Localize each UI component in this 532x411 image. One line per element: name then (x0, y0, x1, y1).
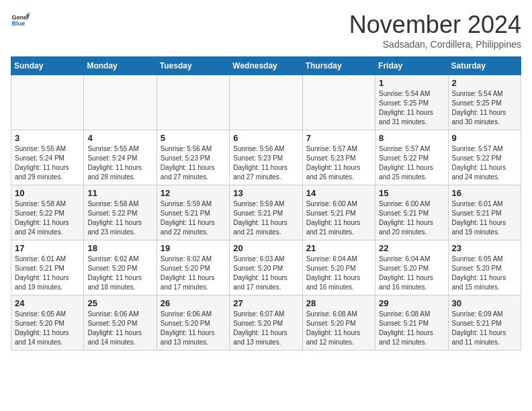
day-number: 17 (15, 243, 80, 253)
day-info: Sunrise: 5:55 AMSunset: 5:24 PMDaylight:… (15, 144, 80, 182)
day-info: Sunrise: 6:02 AMSunset: 5:20 PMDaylight:… (87, 255, 152, 292)
day-info: Sunrise: 6:09 AMSunset: 5:21 PMDaylight:… (452, 310, 517, 347)
weekday-header-friday: Friday (375, 57, 448, 75)
title-block: November 2024 Sadsadan, Cordillera, Phil… (349, 11, 521, 50)
day-number: 9 (452, 133, 517, 143)
day-number: 13 (233, 188, 298, 198)
calendar-cell: 21Sunrise: 6:04 AMSunset: 5:20 PMDayligh… (302, 240, 375, 295)
day-number: 19 (161, 243, 226, 253)
day-info: Sunrise: 5:57 AMSunset: 5:22 PMDaylight:… (452, 144, 517, 182)
day-info: Sunrise: 6:01 AMSunset: 5:21 PMDaylight:… (452, 199, 517, 237)
calendar-cell: 9Sunrise: 5:57 AMSunset: 5:22 PMDaylight… (448, 130, 521, 185)
day-info: Sunrise: 6:01 AMSunset: 5:21 PMDaylight:… (15, 255, 80, 292)
weekday-header-row: SundayMondayTuesdayWednesdayThursdayFrid… (11, 57, 521, 75)
calendar-cell (230, 75, 302, 130)
calendar-cell: 27Sunrise: 6:07 AMSunset: 5:20 PMDayligh… (230, 295, 302, 351)
weekday-header-tuesday: Tuesday (157, 57, 229, 75)
day-info: Sunrise: 6:07 AMSunset: 5:20 PMDaylight:… (233, 310, 298, 347)
day-number: 7 (306, 133, 371, 143)
calendar-cell (302, 75, 375, 130)
week-row-2: 3Sunrise: 5:55 AMSunset: 5:24 PMDaylight… (11, 130, 521, 185)
day-number: 3 (15, 133, 80, 143)
day-info: Sunrise: 6:05 AMSunset: 5:20 PMDaylight:… (452, 255, 517, 292)
day-info: Sunrise: 5:57 AMSunset: 5:22 PMDaylight:… (379, 144, 444, 182)
calendar-table: SundayMondayTuesdayWednesdayThursdayFrid… (11, 56, 521, 351)
day-number: 16 (452, 188, 517, 198)
calendar-cell: 28Sunrise: 6:08 AMSunset: 5:20 PMDayligh… (302, 295, 375, 351)
day-number: 10 (15, 188, 80, 198)
day-number: 1 (379, 78, 444, 88)
calendar-cell (11, 75, 84, 130)
day-info: Sunrise: 6:05 AMSunset: 5:20 PMDaylight:… (15, 310, 80, 347)
day-number: 5 (161, 133, 226, 143)
calendar-cell: 6Sunrise: 5:56 AMSunset: 5:23 PMDaylight… (230, 130, 302, 185)
day-number: 23 (452, 243, 517, 253)
calendar-cell: 12Sunrise: 5:59 AMSunset: 5:21 PMDayligh… (157, 185, 229, 240)
day-info: Sunrise: 5:54 AMSunset: 5:25 PMDaylight:… (379, 89, 444, 127)
day-info: Sunrise: 6:06 AMSunset: 5:20 PMDaylight:… (87, 310, 152, 347)
calendar-cell: 11Sunrise: 5:58 AMSunset: 5:22 PMDayligh… (84, 185, 157, 240)
day-number: 15 (379, 188, 444, 198)
day-number: 6 (233, 133, 298, 143)
weekday-header-wednesday: Wednesday (230, 57, 302, 75)
calendar-cell: 13Sunrise: 5:59 AMSunset: 5:21 PMDayligh… (230, 185, 302, 240)
location: Sadsadan, Cordillera, Philippines (349, 39, 521, 50)
day-number: 29 (379, 298, 444, 308)
day-number: 24 (15, 298, 80, 308)
day-number: 8 (379, 133, 444, 143)
calendar-cell: 19Sunrise: 6:02 AMSunset: 5:20 PMDayligh… (157, 240, 229, 295)
logo: General Blue (11, 11, 30, 30)
calendar-cell: 14Sunrise: 6:00 AMSunset: 5:21 PMDayligh… (302, 185, 375, 240)
day-info: Sunrise: 5:55 AMSunset: 5:24 PMDaylight:… (87, 144, 152, 182)
weekday-header-thursday: Thursday (302, 57, 375, 75)
day-info: Sunrise: 5:59 AMSunset: 5:21 PMDaylight:… (161, 199, 226, 237)
day-info: Sunrise: 5:58 AMSunset: 5:22 PMDaylight:… (87, 199, 152, 237)
calendar-cell: 30Sunrise: 6:09 AMSunset: 5:21 PMDayligh… (448, 295, 521, 351)
calendar-cell (157, 75, 229, 130)
calendar-cell: 15Sunrise: 6:00 AMSunset: 5:21 PMDayligh… (375, 185, 448, 240)
calendar-cell: 25Sunrise: 6:06 AMSunset: 5:20 PMDayligh… (84, 295, 157, 351)
day-info: Sunrise: 6:08 AMSunset: 5:20 PMDaylight:… (306, 310, 371, 347)
day-number: 26 (161, 298, 226, 308)
day-info: Sunrise: 6:02 AMSunset: 5:20 PMDaylight:… (161, 255, 226, 292)
calendar-cell: 17Sunrise: 6:01 AMSunset: 5:21 PMDayligh… (11, 240, 84, 295)
calendar-cell: 8Sunrise: 5:57 AMSunset: 5:22 PMDaylight… (375, 130, 448, 185)
calendar-cell: 7Sunrise: 5:57 AMSunset: 5:23 PMDaylight… (302, 130, 375, 185)
day-info: Sunrise: 6:00 AMSunset: 5:21 PMDaylight:… (306, 199, 371, 237)
calendar-cell: 20Sunrise: 6:03 AMSunset: 5:20 PMDayligh… (230, 240, 302, 295)
day-number: 21 (306, 243, 371, 253)
day-info: Sunrise: 6:04 AMSunset: 5:20 PMDaylight:… (306, 255, 371, 292)
day-number: 25 (87, 298, 152, 308)
day-number: 28 (306, 298, 371, 308)
week-row-4: 17Sunrise: 6:01 AMSunset: 5:21 PMDayligh… (11, 240, 521, 295)
day-info: Sunrise: 5:58 AMSunset: 5:22 PMDaylight:… (15, 199, 80, 237)
weekday-header-sunday: Sunday (11, 57, 84, 75)
day-info: Sunrise: 6:06 AMSunset: 5:20 PMDaylight:… (161, 310, 226, 347)
calendar-cell: 23Sunrise: 6:05 AMSunset: 5:20 PMDayligh… (448, 240, 521, 295)
calendar-cell: 26Sunrise: 6:06 AMSunset: 5:20 PMDayligh… (157, 295, 229, 351)
day-number: 12 (161, 188, 226, 198)
month-title: November 2024 (349, 11, 521, 39)
day-info: Sunrise: 6:04 AMSunset: 5:20 PMDaylight:… (379, 255, 444, 292)
calendar-cell: 3Sunrise: 5:55 AMSunset: 5:24 PMDaylight… (11, 130, 84, 185)
day-number: 30 (452, 298, 517, 308)
day-info: Sunrise: 6:03 AMSunset: 5:20 PMDaylight:… (233, 255, 298, 292)
day-number: 18 (87, 243, 152, 253)
calendar-cell: 24Sunrise: 6:05 AMSunset: 5:20 PMDayligh… (11, 295, 84, 351)
day-number: 4 (87, 133, 152, 143)
day-info: Sunrise: 5:56 AMSunset: 5:23 PMDaylight:… (161, 144, 226, 182)
calendar-cell: 1Sunrise: 5:54 AMSunset: 5:25 PMDaylight… (375, 75, 448, 130)
day-number: 14 (306, 188, 371, 198)
day-info: Sunrise: 5:54 AMSunset: 5:25 PMDaylight:… (452, 89, 517, 127)
svg-text:Blue: Blue (11, 20, 25, 27)
weekday-header-saturday: Saturday (448, 57, 521, 75)
weekday-header-monday: Monday (84, 57, 157, 75)
day-info: Sunrise: 6:08 AMSunset: 5:21 PMDaylight:… (379, 310, 444, 347)
day-number: 22 (379, 243, 444, 253)
calendar-cell: 10Sunrise: 5:58 AMSunset: 5:22 PMDayligh… (11, 185, 84, 240)
page-header: General Blue November 2024 Sadsadan, Cor… (11, 11, 521, 50)
week-row-5: 24Sunrise: 6:05 AMSunset: 5:20 PMDayligh… (11, 295, 521, 351)
calendar-cell: 2Sunrise: 5:54 AMSunset: 5:25 PMDaylight… (448, 75, 521, 130)
week-row-3: 10Sunrise: 5:58 AMSunset: 5:22 PMDayligh… (11, 185, 521, 240)
day-number: 2 (452, 78, 517, 88)
